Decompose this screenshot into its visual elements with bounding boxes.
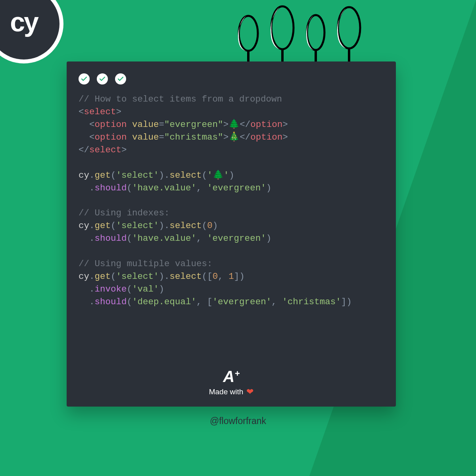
a-plus-logo: A+ [223,369,240,384]
code-block: // How to select items from a dropdown <… [79,93,384,309]
code-comment: // How to select items from a dropdown [79,94,282,104]
cypress-logo-wrap: cy [0,0,63,63]
tree-icon [267,5,295,64]
made-with-text: Made with [209,388,244,396]
tree-icon [302,13,326,64]
cypress-logo-text: cy [10,6,38,37]
footer-brand: A+ Made with ❤ [67,369,396,397]
svg-point-2 [271,6,294,49]
check-icon [115,73,126,84]
svg-point-0 [239,16,258,51]
author-handle: @flowforfrank [0,416,476,426]
check-icon [79,73,90,84]
tree-icon [333,6,362,64]
check-icon [97,73,108,84]
code-comment: // Using indexes: [79,208,170,218]
tree-icon [234,13,259,64]
heart-icon: ❤ [246,387,253,397]
code-comment: // Using multiple values: [79,259,213,269]
cypress-logo: cy [0,0,60,60]
code-card: // How to select items from a dropdown <… [67,61,396,407]
a-plus-a: A [223,369,234,384]
a-plus-plus: + [235,369,240,378]
made-with-label: Made with ❤ [209,387,254,397]
test-status-checks [79,73,384,84]
svg-point-6 [338,7,360,48]
tree-decorations [234,5,362,64]
